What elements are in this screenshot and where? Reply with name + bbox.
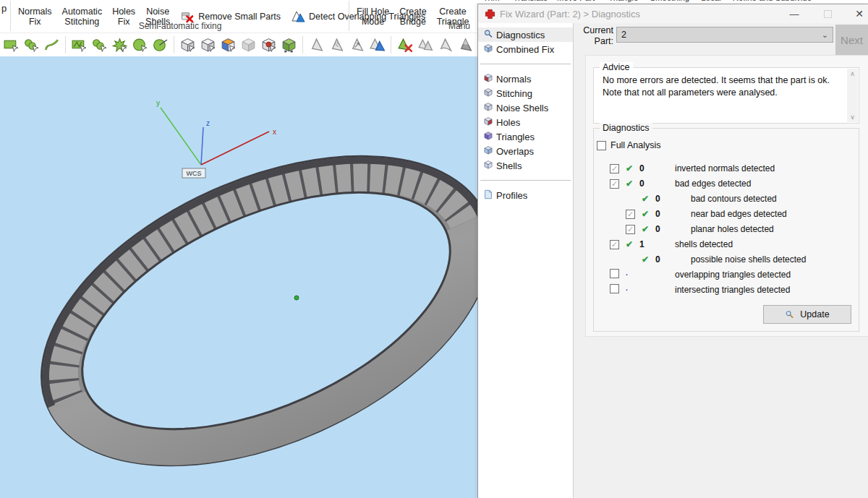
sidebar-item-overlaps[interactable]: Overlaps	[478, 144, 573, 158]
create-bridge-button[interactable]: CreateBridge	[394, 0, 432, 33]
diagnostic-label: possible noise shells detected	[691, 254, 806, 265]
scroll-down-icon[interactable]: ∨	[847, 113, 858, 121]
diagnostic-label: shells detected	[675, 239, 733, 249]
triangle-tool-icon[interactable]	[308, 37, 325, 53]
cube-sphere-icon[interactable]	[260, 37, 277, 53]
select-shell-icon[interactable]	[179, 37, 196, 53]
diagnostic-checkbox[interactable]: ✓	[626, 210, 635, 219]
diagnostic-checkbox[interactable]: ✓	[610, 164, 619, 173]
full-analysis-row: Full Analysis	[597, 140, 660, 150]
diagnostic-checkbox[interactable]	[610, 269, 619, 278]
close-button[interactable]: ✕	[848, 4, 868, 23]
triangle-curve-tool-icon[interactable]	[437, 37, 454, 53]
current-part-combobox[interactable]: 2 ⌄	[616, 27, 833, 43]
triangle-delete-tool-icon[interactable]	[396, 37, 413, 53]
cubeShell-icon	[483, 160, 493, 172]
diagnostics-label: Diagnostics	[600, 123, 652, 133]
minimize-button[interactable]: —	[783, 4, 805, 23]
group-label-semi-automatic-fixing: Semi-automatic fixing	[13, 21, 347, 32]
fix-wizard-dialog: Fix Wizard (Part: 2) > Diagnostics — ✕ D…	[477, 4, 868, 498]
select-part-icon[interactable]	[200, 37, 216, 53]
selection-tools-toolbar	[0, 33, 474, 56]
gray-cube-icon[interactable]	[240, 37, 257, 53]
advice-label: Advice	[600, 62, 633, 72]
diagnostic-row: ·overlapping triangles detected	[610, 267, 859, 282]
magnifier-icon	[483, 29, 493, 41]
triangle-arrow-tool-icon[interactable]	[349, 37, 365, 53]
toolbar-separator	[302, 36, 303, 53]
ok-check-icon: ✔	[642, 254, 649, 265]
diagnostic-checkbox[interactable]: ✓	[626, 225, 635, 234]
brush-triangles-selection-icon[interactable]	[91, 37, 108, 53]
axis-z-label: z	[206, 119, 210, 127]
diagnostic-row: ✓✔0planar holes detected	[626, 221, 859, 236]
rectangle-selection-icon[interactable]	[3, 37, 20, 53]
green-cube-icon[interactable]	[281, 37, 297, 53]
diagnostic-label: bad contours detected	[691, 194, 777, 204]
ok-check-icon: ✔	[626, 179, 633, 189]
wcs-label: WCS	[187, 170, 202, 177]
scroll-up-icon[interactable]: ∧	[847, 70, 858, 77]
sidebar-separator	[480, 64, 571, 64]
sidebar-item-normals[interactable]: Normals	[478, 72, 573, 86]
sidebar-item-combined-fix[interactable]: Combined Fix	[478, 42, 573, 56]
axis-y-label: y	[156, 99, 160, 107]
sidebar-item-triangles[interactable]: Triangles	[478, 129, 573, 144]
cubeBlue-icon	[483, 43, 493, 56]
part-origin-marker	[294, 296, 299, 300]
diagnostics-rows: ✓✔0inverted normals detected✓✔0bad edges…	[594, 160, 859, 297]
full-analysis-checkbox[interactable]	[597, 141, 606, 150]
diagnostic-count: 0	[655, 209, 691, 219]
diagnostic-label: planar holes detected	[691, 224, 774, 234]
diagnostic-checkbox[interactable]: ✓	[610, 179, 619, 189]
cubeSteel-icon	[483, 87, 493, 100]
diagnostic-label: intersecting triangles detected	[675, 285, 790, 295]
diagnostic-count: 0	[639, 163, 675, 173]
triangle-pair-tool-icon[interactable]	[417, 37, 433, 53]
toolbar-separator	[10, 1, 11, 31]
colored-cube-icon[interactable]	[220, 37, 237, 53]
advice-scrollbar[interactable]: ∧ ∨	[847, 69, 858, 122]
sidebar-item-stitching[interactable]: Stitching	[478, 86, 573, 100]
triangle-shaded-tool-icon[interactable]	[457, 37, 474, 53]
diagnostic-label: overlapping triangles detected	[675, 270, 791, 280]
fill-hole-mode-button[interactable]: Fill HoleMode	[352, 0, 394, 33]
toolbar-separator	[391, 36, 391, 53]
dialog-body: DiagnosticsCombined FixNormalsStitchingN…	[478, 23, 868, 498]
magnifier-icon	[785, 310, 794, 319]
cubeBlue-icon	[483, 145, 493, 158]
magics-fix-window: p NormalsFixAutomaticStitchingHolesFixNo…	[0, 0, 868, 498]
sidebar-item-noise-shells[interactable]: Noise Shells	[478, 100, 573, 115]
3d-viewport[interactable]: y z x WCS	[0, 56, 477, 498]
disc-selection-icon[interactable]	[132, 37, 148, 53]
sidebar-item-profiles[interactable]: Profiles	[478, 188, 573, 202]
disc-plane-selection-icon[interactable]	[152, 37, 169, 53]
dialog-title: Fix Wizard (Part: 2) > Diagnostics	[500, 9, 640, 20]
sidebar-separator	[480, 180, 571, 181]
ok-check-icon: ✔	[642, 194, 649, 204]
sidebar-item-shells[interactable]: Shells	[478, 158, 573, 173]
diagnostic-checkbox[interactable]: ✓	[610, 240, 619, 249]
cubeNoise-icon	[483, 102, 493, 114]
current-part-label: Current Part:	[579, 25, 613, 47]
triangle-overlap-tool-icon[interactable]	[369, 37, 386, 53]
rectangle-triangles-selection-icon[interactable]	[71, 37, 88, 53]
maximize-button[interactable]	[817, 4, 838, 23]
splat-selection-icon[interactable]	[111, 37, 128, 53]
diagnostic-checkbox[interactable]	[610, 284, 619, 293]
diagnostic-row: ·intersecting triangles detected	[610, 282, 859, 297]
next-button[interactable]: Next	[835, 25, 868, 56]
full-analysis-label: Full Analysis	[610, 140, 660, 150]
brush-selection-icon[interactable]	[23, 37, 40, 53]
update-button[interactable]: Update	[763, 305, 851, 324]
diagnostic-row: ✓✔1shells detected	[610, 236, 859, 252]
curve-selection-icon[interactable]	[43, 37, 60, 53]
triangle-marked-tool-icon[interactable]	[328, 37, 345, 53]
diagnostic-count: 1	[639, 239, 675, 249]
diagnostics-content-panel: Advice No more errors are detected. It s…	[585, 55, 868, 337]
diagnostic-row: ✓✔0near bad edges detected	[626, 206, 859, 221]
sidebar-item-holes[interactable]: Holes	[478, 115, 573, 129]
dialog-titlebar[interactable]: Fix Wizard (Part: 2) > Diagnostics — ✕	[478, 4, 868, 23]
diagnostic-label: inverted normals detected	[675, 163, 775, 173]
sidebar-item-diagnostics[interactable]: Diagnostics	[478, 27, 573, 42]
